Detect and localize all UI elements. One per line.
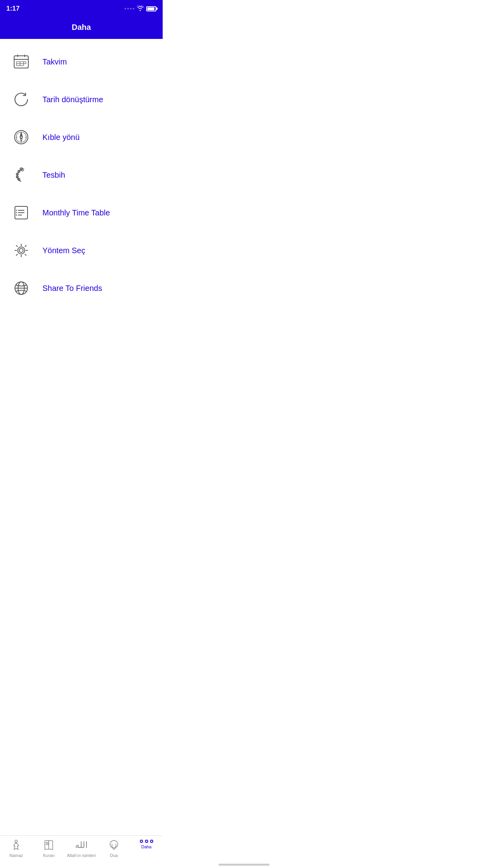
page-title: Daha (72, 23, 91, 31)
menu-item-share[interactable]: Share To Friends (0, 269, 163, 307)
battery-icon (146, 6, 156, 11)
svg-point-28 (16, 210, 17, 211)
menu-item-yontem[interactable]: Yöntem Seç (0, 232, 163, 269)
menu-label-kible: Kıble yönü (42, 133, 80, 142)
status-icons (125, 6, 156, 12)
menu-label-takvim: Takvim (42, 57, 67, 66)
compass-icon (11, 127, 31, 147)
menu-item-takvim[interactable]: Takvim (0, 43, 163, 81)
menu-label-tarih: Tarih dönüştürme (42, 95, 103, 104)
svg-point-32 (18, 247, 25, 254)
page-header: Daha (0, 17, 163, 39)
menu-label-yontem: Yöntem Seç (42, 246, 85, 255)
svg-point-31 (19, 248, 23, 252)
tesbih-icon (11, 165, 31, 185)
wifi-icon (137, 6, 144, 12)
signal-icon (125, 8, 134, 9)
main-content: Takvim Tarih dönüştürme (0, 39, 163, 346)
menu-label-tesbih: Tesbih (42, 171, 65, 180)
svg-point-29 (16, 212, 17, 213)
list-icon (11, 202, 31, 223)
menu-label-share: Share To Friends (42, 284, 102, 293)
settings-icon (11, 240, 31, 261)
menu-item-tesbih[interactable]: Tesbih (0, 156, 163, 194)
calendar-icon (11, 51, 31, 72)
menu-list: Takvim Tarih dönüştürme (0, 39, 163, 311)
svg-point-30 (16, 215, 17, 216)
menu-item-tarih[interactable]: Tarih dönüştürme (0, 81, 163, 118)
menu-item-kible[interactable]: Kıble yönü (0, 118, 163, 156)
status-time: 1:17 (6, 5, 20, 13)
menu-item-monthly-time-table[interactable]: Monthly Time Table (0, 194, 163, 232)
globe-icon (11, 278, 31, 298)
menu-label-monthly-time-table: Monthly Time Table (42, 208, 110, 217)
status-bar: 1:17 (0, 0, 163, 17)
refresh-icon (11, 89, 31, 110)
